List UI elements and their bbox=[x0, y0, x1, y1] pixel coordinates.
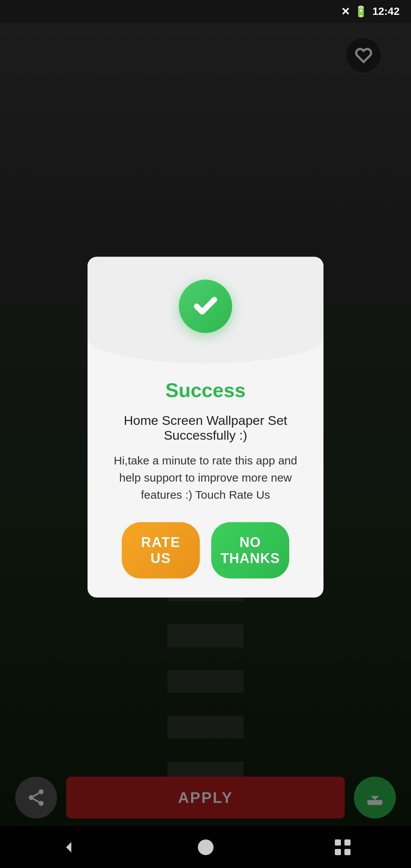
dialog-buttons: RATE US NO THANKS bbox=[107, 522, 304, 579]
dialog-body: Success Home Screen Wallpaper Set Succes… bbox=[88, 379, 323, 579]
dialog-top-section bbox=[88, 257, 323, 364]
success-dialog: Success Home Screen Wallpaper Set Succes… bbox=[88, 257, 323, 598]
home-icon bbox=[195, 837, 216, 858]
back-button[interactable] bbox=[58, 837, 79, 858]
svg-point-7 bbox=[198, 839, 213, 855]
svg-marker-6 bbox=[66, 842, 71, 852]
svg-rect-11 bbox=[344, 849, 350, 855]
dialog-title: Success bbox=[107, 379, 304, 402]
recent-apps-icon bbox=[332, 837, 353, 858]
android-nav-bar bbox=[0, 826, 411, 868]
svg-rect-10 bbox=[335, 849, 341, 855]
status-time: 12:42 bbox=[372, 5, 400, 18]
no-thanks-button[interactable]: NO THANKS bbox=[211, 522, 289, 579]
battery-icon: 🔋 bbox=[354, 5, 368, 18]
signal-icon: ✕ bbox=[341, 5, 350, 18]
svg-rect-9 bbox=[344, 839, 350, 845]
rate-us-button[interactable]: RATE US bbox=[122, 522, 200, 579]
svg-rect-8 bbox=[335, 839, 341, 845]
dialog-subtitle: Home Screen Wallpaper Set Successfully :… bbox=[107, 413, 304, 443]
checkmark-icon bbox=[192, 293, 219, 320]
back-icon bbox=[58, 837, 79, 858]
status-bar-right: ✕ 🔋 12:42 bbox=[341, 5, 400, 18]
status-bar: ✕ 🔋 12:42 bbox=[0, 0, 411, 23]
dialog-message: Hi,take a minute to rate this app and he… bbox=[107, 452, 304, 503]
success-check-circle bbox=[179, 280, 232, 333]
recent-apps-button[interactable] bbox=[332, 837, 353, 858]
home-button[interactable] bbox=[195, 837, 216, 858]
